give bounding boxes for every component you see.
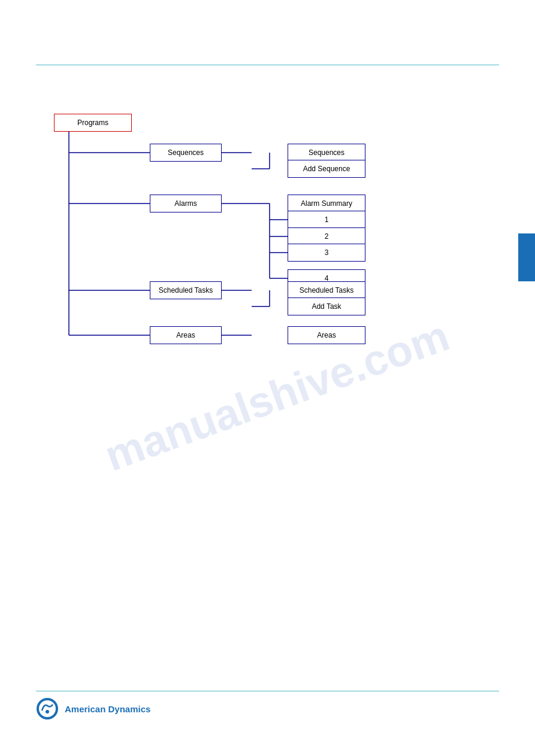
- svg-point-20: [39, 700, 56, 717]
- footer: American Dynamics: [36, 697, 150, 720]
- sidebar-tab: [518, 233, 535, 281]
- company-name: American Dynamics: [65, 704, 150, 714]
- connector-lines: [36, 96, 467, 353]
- company-logo: [36, 697, 59, 720]
- node-add-task: Add Task: [288, 297, 365, 315]
- node-scheduled-tasks-l1: Scheduled Tasks: [150, 281, 222, 299]
- top-rule: [36, 65, 499, 65]
- node-areas-l2: Areas: [288, 326, 365, 344]
- node-alarm-1: 1: [288, 211, 365, 229]
- svg-point-21: [46, 710, 49, 714]
- diagram: Programs Sequences Sequences Add Sequenc…: [36, 96, 467, 353]
- node-alarm-summary: Alarm Summary: [288, 195, 365, 212]
- node-sequences-l2: Sequences: [288, 144, 365, 162]
- node-alarms-l1: Alarms: [150, 195, 222, 212]
- node-add-sequence: Add Sequence: [288, 160, 365, 178]
- node-scheduled-tasks-l2: Scheduled Tasks: [288, 281, 365, 299]
- node-areas-l1: Areas: [150, 326, 222, 344]
- node-alarm-2: 2: [288, 227, 365, 245]
- node-sequences-l1: Sequences: [150, 144, 222, 162]
- bottom-rule: [36, 691, 499, 691]
- node-programs: Programs: [54, 114, 132, 132]
- node-alarm-3: 3: [288, 244, 365, 262]
